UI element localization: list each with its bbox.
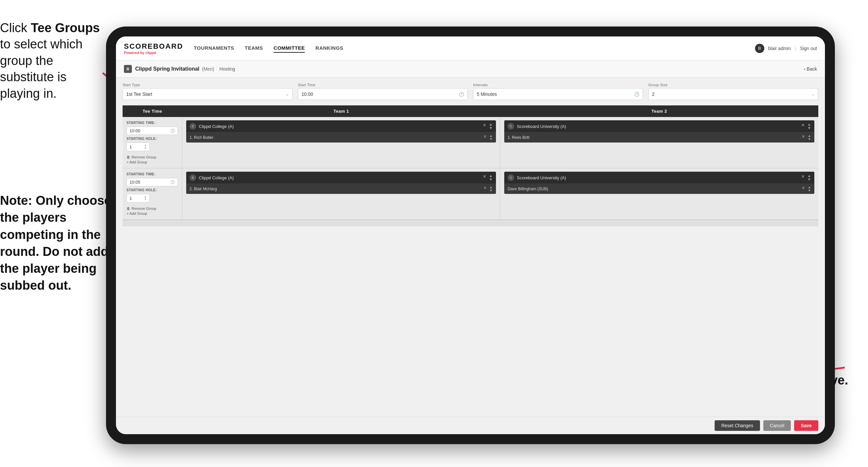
time-col-1: STARTING TIME: 10:00 🕐 STARTING HOLE: 1 … xyxy=(123,117,182,168)
logo-powered: Powered by clippd xyxy=(124,51,183,55)
add-group-1[interactable]: + Add Group xyxy=(127,160,178,164)
group-size-label: Group Size xyxy=(648,83,818,87)
starting-time-value-1[interactable]: 10:00 🕐 xyxy=(127,126,178,135)
save-button[interactable]: Save xyxy=(794,420,818,431)
bottom-toolbar: Reset Changes Cancel Save xyxy=(116,417,825,434)
player-arrows-1-1[interactable]: ▲▼ xyxy=(489,134,493,141)
nav-teams[interactable]: TEAMS xyxy=(245,44,263,53)
team1-remove-1[interactable]: ✕ xyxy=(483,123,486,130)
sign-out-link[interactable]: Sign out xyxy=(800,46,817,51)
team1-controls-2: ✕ ▲▼ xyxy=(483,174,493,181)
player-controls-1-1: ✕ ▲▼ xyxy=(483,134,493,141)
player-arrows-2-1[interactable]: ▲▼ xyxy=(808,134,811,141)
starting-time-value-2[interactable]: 10:05 🕐 xyxy=(127,178,178,186)
tee-time-header: Tee Time xyxy=(123,106,182,117)
reset-changes-button[interactable]: Reset Changes xyxy=(715,420,760,431)
start-time-label: Start Time xyxy=(298,83,468,87)
player-arrows-1-2[interactable]: ▲▼ xyxy=(489,185,493,192)
intervals-input[interactable]: 5 Minutes 🕐 xyxy=(473,88,643,100)
starting-hole-label-1: STARTING HOLE: xyxy=(127,137,178,141)
team2-card-2: S Scoreboard University (A) ✕ ▲▼ Dave Bi… xyxy=(504,172,814,194)
player-remove-1-1[interactable]: ✕ xyxy=(483,134,487,141)
player-name-2-2: Dave Billingham (SUB) xyxy=(507,186,799,191)
team1-arrows-2[interactable]: ▲▼ xyxy=(489,174,493,181)
team2-icon-1: S xyxy=(507,123,514,129)
team1-card-1: B Clippd College (A) ✕ ▲▼ 1. Rich Butler… xyxy=(186,120,496,143)
team2-col-1: S Scoreboard University (A) ✕ ▲▼ 1. Rees… xyxy=(500,117,818,168)
action-links-1: 🗑Remove Group + Add Group xyxy=(127,155,178,164)
nav-tournaments[interactable]: TOURNAMENTS xyxy=(194,44,234,53)
team2-arrows-2[interactable]: ▲▼ xyxy=(807,174,811,181)
annotation-bottom-left: Note: Only choose the players competing … xyxy=(0,192,113,294)
team1-arrows-1[interactable]: ▲▼ xyxy=(489,123,493,130)
nav-committee[interactable]: COMMITTEE xyxy=(274,44,305,53)
team2-controls-1: ✕ ▲▼ xyxy=(801,123,811,130)
player-controls-1-2: ✕ ▲▼ xyxy=(483,185,493,192)
player-arrows-2-2[interactable]: ▲▼ xyxy=(808,185,811,192)
tablet-frame: SCOREBOARD Powered by clippd TOURNAMENTS… xyxy=(106,27,835,444)
add-group-2[interactable]: + Add Group xyxy=(127,211,178,215)
annotation-top-left: Click Tee Groups to select which group t… xyxy=(0,20,103,102)
group-size-input[interactable]: 2 ⌄ xyxy=(648,88,818,100)
annotation-note-bold: Note: Only choose the players competing … xyxy=(0,194,111,292)
breadcrumb-back[interactable]: ‹ Back xyxy=(804,66,817,71)
team1-remove-2[interactable]: ✕ xyxy=(483,174,486,181)
user-avatar: B xyxy=(755,44,764,53)
team1-header: Team 1 xyxy=(182,106,500,117)
remove-group-2[interactable]: 🗑Remove Group xyxy=(127,206,178,210)
annotation-tee-groups-bold: Tee Groups xyxy=(31,21,100,35)
player-name-2-1: 1. Rees Britt xyxy=(507,135,799,140)
team2-col-2: S Scoreboard University (A) ✕ ▲▼ Dave Bi… xyxy=(500,168,818,220)
player-controls-2-2: ✕ ▲▼ xyxy=(802,185,811,192)
team2-icon-2: S xyxy=(507,174,514,181)
player-controls-2-1: ✕ ▲▼ xyxy=(802,134,811,141)
player-remove-2-1[interactable]: ✕ xyxy=(802,134,805,141)
starting-hole-spinner-2[interactable]: 1 ▲▼ xyxy=(127,194,150,203)
start-time-group: Start Time 10:00 🕐 xyxy=(298,83,468,100)
breadcrumb-hosting: Hosting xyxy=(219,66,235,71)
team2-name-2: Scoreboard University (A) xyxy=(517,175,799,180)
group-size-group: Group Size 2 ⌄ xyxy=(648,83,818,100)
group-row-1: STARTING TIME: 10:00 🕐 STARTING HOLE: 1 … xyxy=(123,117,818,168)
start-time-input[interactable]: 10:00 🕐 xyxy=(298,88,468,100)
start-type-input[interactable]: 1st Tee Start ⌄ xyxy=(123,88,292,100)
start-type-group: Start Type 1st Tee Start ⌄ xyxy=(123,83,292,100)
team2-card-1: S Scoreboard University (A) ✕ ▲▼ 1. Rees… xyxy=(504,120,814,143)
start-type-label: Start Type xyxy=(123,83,292,87)
player-remove-1-2[interactable]: ✕ xyxy=(483,185,487,192)
breadcrumb-title: Clippd Spring Invitational xyxy=(135,66,199,72)
team2-remove-2[interactable]: ✕ xyxy=(801,174,805,181)
player-remove-2-2[interactable]: ✕ xyxy=(802,185,805,192)
logo-scoreboard: SCOREBOARD xyxy=(124,42,183,51)
team2-name-1: Scoreboard University (A) xyxy=(517,124,799,129)
group-row-2: STARTING TIME: 10:05 🕐 STARTING HOLE: 1 … xyxy=(123,168,818,220)
team2-header: Team 2 xyxy=(500,106,818,117)
navbar: SCOREBOARD Powered by clippd TOURNAMENTS… xyxy=(116,36,825,60)
team1-col-1: B Clippd College (A) ✕ ▲▼ 1. Rich Butler… xyxy=(182,117,500,168)
team2-card-header-1: S Scoreboard University (A) ✕ ▲▼ xyxy=(504,120,814,132)
team2-arrows-1[interactable]: ▲▼ xyxy=(807,123,811,130)
starting-hole-spinner-1[interactable]: 1 ▲▼ xyxy=(127,143,150,151)
team1-col-2: B Clippd College (A) ✕ ▲▼ 2. Blair McHar… xyxy=(182,168,500,220)
table-header: Tee Time Team 1 Team 2 xyxy=(123,106,818,117)
team2-remove-1[interactable]: ✕ xyxy=(801,123,805,130)
intervals-label: Intervals xyxy=(473,83,643,87)
team2-card-header-2: S Scoreboard University (A) ✕ ▲▼ xyxy=(504,172,814,184)
settings-row: Start Type 1st Tee Start ⌄ Start Time 10… xyxy=(123,83,818,100)
time-col-2: STARTING TIME: 10:05 🕐 STARTING HOLE: 1 … xyxy=(123,168,182,220)
player-name-1-2: 2. Blair McHarg xyxy=(189,186,481,191)
nav-right: B blair admin | Sign out xyxy=(755,44,817,53)
player-row-2-1: 1. Rees Britt ✕ ▲▼ xyxy=(504,132,814,143)
team1-card-header-1: B Clippd College (A) ✕ ▲▼ xyxy=(186,120,496,132)
remove-group-1[interactable]: 🗑Remove Group xyxy=(127,155,178,159)
player-name-1-1: 1. Rich Butler xyxy=(189,135,481,140)
cancel-button[interactable]: Cancel xyxy=(763,420,791,431)
nav-rankings[interactable]: RANKINGS xyxy=(315,44,343,53)
breadcrumb-bar: B Clippd Spring Invitational (Men) Hosti… xyxy=(116,60,825,78)
nav-items: TOURNAMENTS TEAMS COMMITTEE RANKINGS xyxy=(194,44,755,53)
team1-name-1: Clippd College (A) xyxy=(199,124,480,129)
team1-name-2: Clippd College (A) xyxy=(199,175,480,180)
breadcrumb-gender: (Men) xyxy=(202,66,214,71)
team2-controls-2: ✕ ▲▼ xyxy=(801,174,811,181)
player-row-1-2: 2. Blair McHarg ✕ ▲▼ xyxy=(186,184,496,194)
